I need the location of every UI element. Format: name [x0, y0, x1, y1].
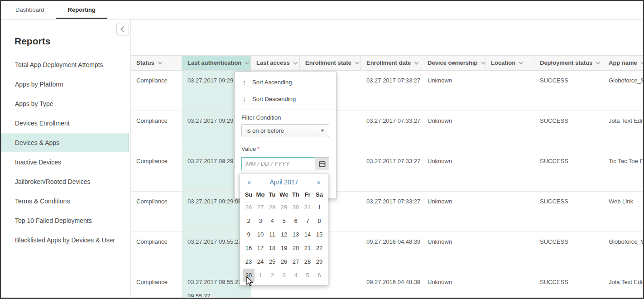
calendar-day[interactable]: 29 — [278, 201, 290, 214]
calendar-day[interactable]: 26 — [278, 255, 290, 269]
sidebar-item-blacklisted-apps-by-devices-user[interactable]: Blacklisted Apps by Devices & User — [1, 230, 130, 250]
sort-caret-icon[interactable] — [245, 60, 250, 65]
calendar-day[interactable]: 20 — [290, 241, 302, 255]
calendar-day[interactable]: 19 — [278, 241, 290, 255]
table-row[interactable]: Compliance03.27.2017 09:29:0803.27.2017 … — [131, 71, 643, 111]
calendar-day[interactable]: 31 — [302, 201, 313, 214]
calendar-day[interactable]: 3 — [278, 269, 290, 282]
calendar-day[interactable]: 3 — [255, 214, 266, 228]
calendar-day[interactable]: 13 — [290, 228, 302, 241]
calendar-day[interactable]: 6 — [290, 214, 302, 228]
calendar-month-label[interactable]: April 2017 — [255, 178, 312, 186]
tab-reporting[interactable]: Reporting — [56, 1, 107, 19]
sort-caret-icon[interactable] — [158, 60, 162, 65]
calendar-day[interactable]: 2 — [243, 214, 255, 228]
calendar-day[interactable]: 4 — [266, 214, 278, 228]
column-header-enrollment_state[interactable]: Enrollment state — [300, 56, 361, 70]
column-header-location[interactable]: Location — [485, 56, 534, 70]
column-header-last_authentication[interactable]: Last authentication — [182, 56, 251, 70]
cell-deployment_status: SUCCESS — [534, 192, 603, 231]
sort-ascending-item[interactable]: ↑ Sort Ascending — [235, 74, 336, 91]
calendar-day[interactable]: 28 — [266, 201, 278, 214]
column-header-enrollment_date[interactable]: Enrollment date — [361, 56, 422, 70]
column-header-app_name[interactable]: App name — [603, 56, 643, 70]
sort-caret-icon[interactable] — [293, 60, 298, 65]
calendar-day[interactable]: 21 — [302, 241, 313, 255]
table-row[interactable]: Compliance03.27.2017 09:29:0803.27.2017 … — [131, 192, 643, 232]
filter-date-input[interactable] — [241, 157, 315, 170]
calendar-day[interactable]: 25 — [266, 255, 278, 269]
sidebar-item-total-app-deployment-attempts[interactable]: Total App Deployment Attempts — [1, 55, 130, 74]
column-header-last_access[interactable]: Last access — [251, 56, 300, 70]
calendar-next-button[interactable]: » — [312, 178, 325, 186]
calendar-day[interactable]: 26 — [243, 201, 255, 214]
cell-app_name: Jota Text Edito — [603, 111, 643, 151]
sidebar-item-terms-conditions[interactable]: Terms & Conditions — [1, 191, 130, 211]
calendar-day[interactable]: 30 — [290, 201, 302, 214]
calendar-day[interactable]: 24 — [255, 255, 266, 269]
table-row[interactable]: Compliance03.27.2017 09:29:0803.27.2017 … — [131, 111, 643, 151]
sidebar-item-apps-by-type[interactable]: Apps by Type — [1, 94, 130, 113]
calendar-day[interactable]: 6 — [313, 269, 325, 282]
calendar-day[interactable]: 14 — [302, 228, 313, 241]
sort-caret-icon[interactable] — [640, 60, 643, 65]
sort-caret-icon[interactable] — [481, 60, 485, 65]
calendar-day[interactable]: 1 — [313, 201, 325, 214]
column-header-device_ownership[interactable]: Device ownership — [422, 56, 485, 70]
calendar-day[interactable]: 18 — [266, 241, 278, 255]
calendar-day[interactable]: 17 — [255, 241, 266, 255]
calendar-day[interactable]: 22 — [313, 241, 325, 255]
column-header-status[interactable]: Status — [131, 56, 182, 70]
calendar-day[interactable]: 23 — [243, 255, 255, 269]
calendar-day[interactable]: 9 — [243, 228, 255, 241]
table-row[interactable]: Compliance03.27.2017 09:55:2709.27.2016 … — [131, 232, 643, 272]
filter-condition-select[interactable]: is on or before — [241, 124, 329, 137]
calendar-day[interactable]: 10 — [255, 228, 266, 241]
column-header-deployment_status[interactable]: Deployment status — [534, 56, 603, 70]
sort-caret-icon[interactable] — [414, 60, 419, 65]
sidebar-item-inactive-devices[interactable]: Inactive Devices — [1, 152, 130, 172]
calendar-day[interactable]: 12 — [278, 228, 290, 241]
calendar-day[interactable]: 28 — [302, 255, 313, 269]
sidebar-item-devices-enrollment[interactable]: Devices Enrollment — [1, 113, 130, 133]
cell-deployment_status: SUCCESS — [534, 232, 603, 272]
calendar-day[interactable]: 27 — [255, 201, 266, 214]
calendar-day-hovered[interactable]: 30 — [243, 269, 255, 282]
calendar-day[interactable]: 1 — [255, 269, 266, 282]
sort-caret-icon[interactable] — [596, 60, 601, 65]
calendar-day[interactable]: 11 — [266, 228, 278, 241]
calendar-prev-button[interactable]: « — [243, 178, 255, 186]
calendar-day[interactable]: 27 — [290, 255, 302, 269]
sidebar-item-jailbroken-rooted-devices[interactable]: Jailbroken/Rooted Devices — [1, 172, 130, 191]
calendar-grid: SuMoTuWeThFrSa26272829303112345678910111… — [243, 189, 325, 282]
sidebar-item-apps-by-platform[interactable]: Apps by Platform — [1, 74, 130, 94]
sort-descending-item[interactable]: ↓ Sort Descending — [235, 91, 336, 107]
chevron-left-icon — [120, 26, 126, 32]
sidebar-title: Reports — [14, 36, 130, 47]
sort-caret-icon[interactable] — [355, 60, 359, 65]
sidebar-item-top-10-failed-deployments[interactable]: Top 10 Failed Deployments — [1, 211, 130, 230]
sort-caret-icon[interactable] — [519, 60, 524, 65]
calendar-day[interactable]: 2 — [266, 269, 278, 282]
calendar-day[interactable]: 5 — [302, 269, 313, 282]
calendar-icon — [319, 160, 326, 167]
calendar-day[interactable]: 29 — [313, 255, 325, 269]
calendar-day[interactable]: 4 — [290, 269, 302, 282]
sidebar-collapse-button[interactable] — [116, 23, 129, 35]
calendar-day[interactable]: 5 — [278, 214, 290, 228]
cell-status: Compliance — [131, 111, 182, 151]
table-row[interactable]: Compliance03.27.2017 09:29:0803.27.2017 … — [131, 151, 643, 192]
cell-enrollment_date: 09.27.2016 04:48:39 — [361, 272, 422, 297]
calendar-day[interactable]: 7 — [302, 214, 313, 228]
table-row[interactable]: Compliance03.27.2017 09:55:2709:55:27Enr… — [131, 272, 643, 297]
calendar-day[interactable]: 8 — [313, 214, 325, 228]
tab-dashboard[interactable]: Dashboard — [4, 1, 56, 19]
sort-ascending-label: Sort Ascending — [252, 79, 292, 86]
cell-location — [485, 151, 534, 191]
sidebar-item-devices-apps[interactable]: Devices & Apps — [1, 133, 129, 152]
calendar-day[interactable]: 15 — [313, 228, 325, 241]
cell-app_name: Web Link — [603, 192, 643, 231]
calendar-toggle-button[interactable] — [315, 157, 329, 170]
calendar-day[interactable]: 16 — [243, 241, 255, 255]
cell-location — [485, 111, 534, 151]
